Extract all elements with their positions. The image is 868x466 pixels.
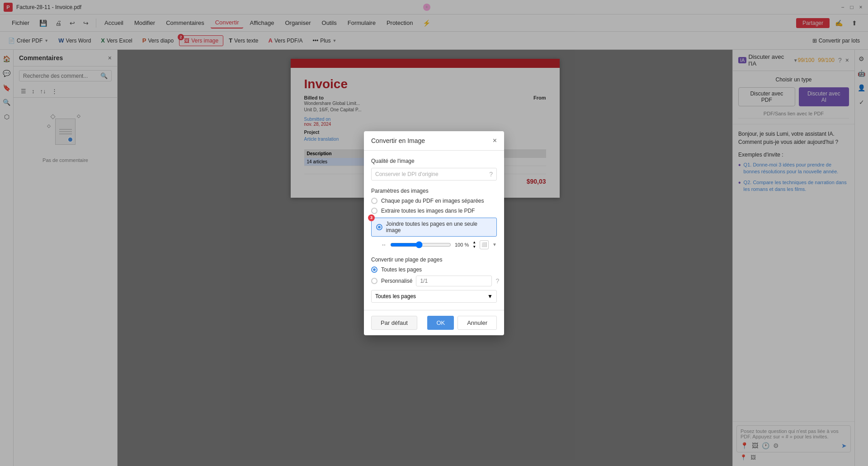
- modal-header: Convertir en Image ×: [364, 131, 504, 151]
- all-pages-radio-btn[interactable]: [371, 266, 377, 273]
- modal-body: Qualité de l'image Conserver le DPI d'or…: [364, 151, 504, 310]
- slider-down[interactable]: ▼: [472, 245, 476, 249]
- quality-help-icon: ?: [489, 171, 493, 178]
- custom-page-input[interactable]: [416, 276, 492, 286]
- quality-input-row: Conserver le DPI d'origine ?: [371, 168, 497, 181]
- format-icon: ⬜: [481, 242, 487, 247]
- radio-btn-1[interactable]: [371, 198, 377, 204]
- slider-row: ↔ 100 % ▲ ▼ ⬜ ▼: [371, 240, 497, 249]
- radio-join-pages[interactable]: 3 Joindre toutes les pages en une seule …: [371, 218, 497, 237]
- modal-footer: Par défaut OK Annuler: [364, 310, 504, 335]
- default-btn[interactable]: Par défaut: [371, 316, 417, 330]
- image-radio-group: Chaque page du PDF en images séparées Ex…: [371, 198, 497, 237]
- image-params-section: Paramètres des images Chaque page du PDF…: [371, 188, 497, 249]
- page-range-title: Convertir une plage de pages: [371, 257, 497, 263]
- format-dropdown-arrow[interactable]: ▼: [492, 242, 497, 247]
- format-selector[interactable]: ⬜: [480, 240, 489, 249]
- custom-radio-row: Personnalisé ?: [371, 276, 497, 286]
- quality-placeholder: Conserver le DPI d'origine: [375, 171, 489, 177]
- radio-btn-3[interactable]: [376, 224, 382, 230]
- pages-dropdown[interactable]: Toutes les pages ▼: [371, 290, 497, 303]
- all-pages-radio[interactable]: Toutes les pages: [371, 266, 497, 273]
- modal-close-btn[interactable]: ×: [493, 137, 497, 145]
- all-pages-dot: [373, 268, 376, 271]
- dropdown-chevron: ▼: [487, 293, 493, 300]
- radio-extract-images[interactable]: Extraire toutes les images dans le PDF: [371, 208, 497, 214]
- radio-btn-2[interactable]: [371, 208, 377, 214]
- convert-image-modal: Convertir en Image × Qualité de l'image …: [364, 131, 504, 335]
- cancel-btn[interactable]: Annuler: [458, 316, 497, 330]
- slider-value: 100 %: [455, 242, 469, 247]
- custom-help-icon: ?: [495, 277, 499, 285]
- slider-steppers: ▲ ▼: [472, 240, 476, 249]
- modal-overlay: Convertir en Image × Qualité de l'image …: [0, 0, 868, 466]
- custom-radio-btn[interactable]: [371, 278, 377, 284]
- image-params-title: Paramètres des images: [371, 188, 497, 194]
- slider-up[interactable]: ▲: [472, 240, 476, 244]
- ok-btn[interactable]: OK: [427, 316, 454, 330]
- custom-radio[interactable]: Personnalisé: [371, 278, 412, 284]
- badge-3: 3: [368, 214, 375, 221]
- page-range-section: Convertir une plage de pages Toutes les …: [371, 257, 497, 303]
- modal-title: Convertir en Image: [371, 137, 425, 144]
- radio-separate-images[interactable]: Chaque page du PDF en images séparées: [371, 198, 497, 204]
- quality-section-title: Qualité de l'image: [371, 158, 497, 164]
- quality-slider[interactable]: [390, 241, 451, 248]
- slider-arrow-icon: ↔: [381, 242, 387, 248]
- modal-action-buttons: OK Annuler: [427, 316, 497, 330]
